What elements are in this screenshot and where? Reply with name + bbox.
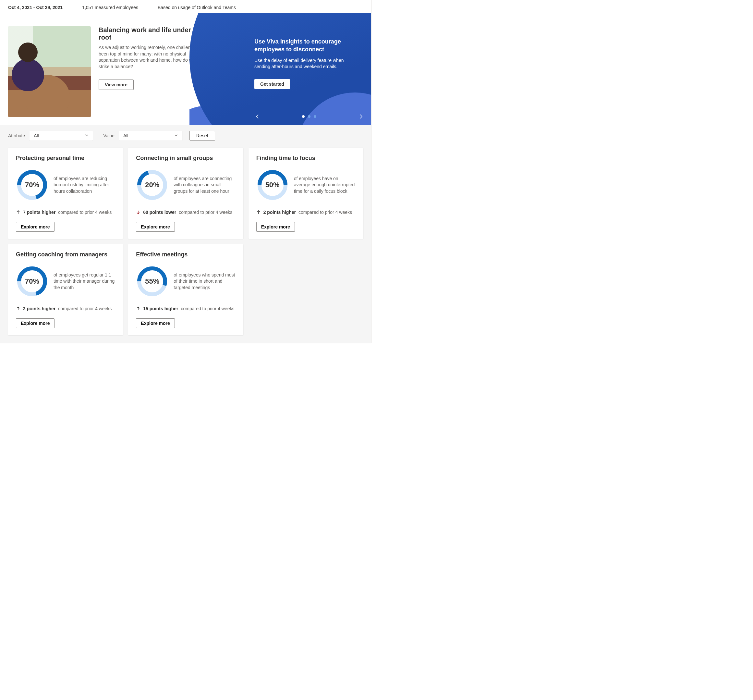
carousel-dot-1[interactable] xyxy=(302,115,305,118)
metric-description: of employees are reducing burnout risk b… xyxy=(53,175,115,195)
metric-row: 70% of employees are reducing burnout ri… xyxy=(16,169,115,201)
filter-section: Attribute All Value All Reset Protecting… xyxy=(0,125,371,343)
metric-card: Finding time to focus 50% of employees h… xyxy=(248,148,363,239)
carousel-nav xyxy=(254,113,364,120)
trend-row: 2 points higher compared to prior 4 week… xyxy=(256,209,355,215)
arrow-up-icon xyxy=(16,306,20,311)
card-title: Protecting personal time xyxy=(16,155,115,162)
explore-more-button[interactable]: Explore more xyxy=(136,222,175,232)
card-title: Effective meetings xyxy=(136,251,235,258)
metric-row: 50% of employees have on average enough … xyxy=(256,169,355,201)
view-more-button[interactable]: View more xyxy=(99,80,134,90)
trend-value: 7 points higher xyxy=(23,209,56,215)
attribute-select-value: All xyxy=(34,133,39,138)
carousel-dot-3[interactable] xyxy=(314,115,316,118)
promo-panel: Use Viva Insights to encourage employees… xyxy=(189,13,371,125)
trend-value: 15 points higher xyxy=(143,306,178,311)
carousel-dot-2[interactable] xyxy=(308,115,310,118)
chevron-down-icon xyxy=(85,133,89,138)
metric-card: Connecting in small groups 20% of employ… xyxy=(128,148,243,239)
carousel-prev-icon[interactable] xyxy=(254,113,261,120)
arrow-up-icon xyxy=(16,210,20,214)
chevron-down-icon xyxy=(174,133,178,138)
donut-percent: 20% xyxy=(136,169,168,201)
explore-more-button[interactable]: Explore more xyxy=(16,222,55,232)
donut-chart: 20% xyxy=(136,169,168,201)
arrow-up-icon xyxy=(256,210,261,214)
donut-percent: 70% xyxy=(16,169,48,201)
donut-chart: 70% xyxy=(16,169,48,201)
donut-chart: 50% xyxy=(256,169,289,201)
reset-button[interactable]: Reset xyxy=(189,131,215,141)
employee-count: 1,051 measured employees xyxy=(82,5,138,10)
trend-row: 7 points higher compared to prior 4 week… xyxy=(16,209,115,215)
filters-row: Attribute All Value All Reset xyxy=(8,131,363,141)
metric-description: of employees get regular 1:1 time with t… xyxy=(53,272,115,291)
value-select[interactable]: All xyxy=(119,131,182,141)
value-label: Value xyxy=(103,133,115,138)
attribute-label: Attribute xyxy=(8,133,25,138)
trend-row: 60 points lower compared to prior 4 week… xyxy=(136,209,235,215)
cards-grid: Protecting personal time 70% of employee… xyxy=(8,148,363,335)
metric-card: Getting coaching from managers 70% of em… xyxy=(8,244,123,335)
metric-card: Protecting personal time 70% of employee… xyxy=(8,148,123,239)
get-started-button[interactable]: Get started xyxy=(254,79,290,89)
trend-context: compared to prior 4 weeks xyxy=(58,306,112,311)
donut-chart: 55% xyxy=(136,265,168,298)
info-row: Oct 4, 2021 - Oct 29, 2021 1,051 measure… xyxy=(0,0,371,13)
trend-context: compared to prior 4 weeks xyxy=(179,209,232,215)
trend-value: 2 points higher xyxy=(263,209,296,215)
donut-percent: 50% xyxy=(256,169,289,201)
donut-percent: 55% xyxy=(136,265,168,298)
card-title: Getting coaching from managers xyxy=(16,251,115,258)
trend-value: 60 points lower xyxy=(143,209,176,215)
trend-row: 15 points higher compared to prior 4 wee… xyxy=(136,306,235,311)
value-select-value: All xyxy=(123,133,128,138)
trend-row: 2 points higher compared to prior 4 week… xyxy=(16,306,115,311)
metric-card: Effective meetings 55% of employees who … xyxy=(128,244,243,335)
data-source: Based on usage of Outlook and Teams xyxy=(157,5,236,10)
promo-body: Use the delay of email delivery feature … xyxy=(254,58,355,70)
donut-percent: 70% xyxy=(16,265,48,298)
carousel-next-icon[interactable] xyxy=(357,113,364,120)
metric-row: 55% of employees who spend most of their… xyxy=(136,265,235,298)
trend-context: compared to prior 4 weeks xyxy=(58,209,112,215)
attribute-select[interactable]: All xyxy=(30,131,93,141)
hero-image xyxy=(8,26,91,117)
page-root: Oct 4, 2021 - Oct 29, 2021 1,051 measure… xyxy=(0,0,371,343)
carousel-dots xyxy=(302,115,316,118)
trend-value: 2 points higher xyxy=(23,306,56,311)
trend-context: compared to prior 4 weeks xyxy=(181,306,234,311)
card-title: Connecting in small groups xyxy=(136,155,235,162)
metric-row: 70% of employees get regular 1:1 time wi… xyxy=(16,265,115,298)
card-title: Finding time to focus xyxy=(256,155,355,162)
explore-more-button[interactable]: Explore more xyxy=(136,318,175,328)
arrow-up-icon xyxy=(136,306,140,311)
metric-description: of employees have on average enough unin… xyxy=(294,175,355,195)
promo-title: Use Viva Insights to encourage employees… xyxy=(254,38,355,53)
arrow-down-icon xyxy=(136,210,140,214)
trend-context: compared to prior 4 weeks xyxy=(298,209,352,215)
metric-row: 20% of employees are connecting with col… xyxy=(136,169,235,201)
metric-description: of employees who spend most of their tim… xyxy=(173,272,235,291)
explore-more-button[interactable]: Explore more xyxy=(256,222,295,232)
explore-more-button[interactable]: Explore more xyxy=(16,318,55,328)
donut-chart: 70% xyxy=(16,265,48,298)
metric-description: of employees are connecting with colleag… xyxy=(173,175,235,195)
hero-banner: Balancing work and life under one roof A… xyxy=(0,13,371,125)
promo-content: Use Viva Insights to encourage employees… xyxy=(254,38,355,89)
date-range: Oct 4, 2021 - Oct 29, 2021 xyxy=(8,5,62,10)
